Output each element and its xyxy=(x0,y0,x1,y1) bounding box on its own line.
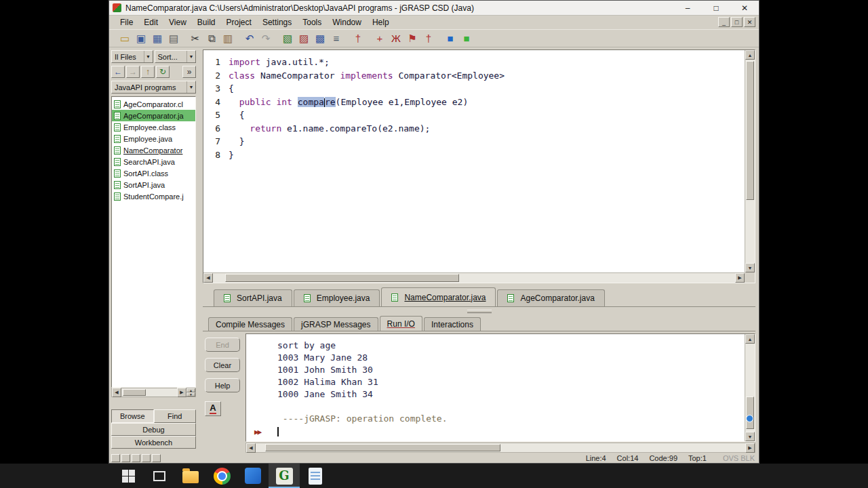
statusbar-toggle-2-icon[interactable] xyxy=(121,454,130,462)
open-file-button[interactable]: ▭ xyxy=(117,31,132,46)
scrollbar-thumb[interactable] xyxy=(265,444,500,451)
more-button[interactable]: » xyxy=(182,66,196,78)
title-bar[interactable]: NameComparator.java C:\Users\Administrat… xyxy=(109,1,759,16)
menu-settings[interactable]: Settings xyxy=(257,16,297,28)
scrollbar-thumb[interactable] xyxy=(746,61,754,200)
file-list[interactable]: AgeComparator.clAgeComparator.jaEmployee… xyxy=(111,96,196,388)
file-tab[interactable]: SortAPI.java xyxy=(214,289,292,306)
editor-vscrollbar[interactable]: ▲ ▼ xyxy=(745,50,755,272)
clear-button[interactable]: Clear xyxy=(205,358,240,372)
menu-tools[interactable]: Tools xyxy=(297,16,327,28)
browse-button[interactable]: Browse xyxy=(111,409,154,423)
scroll-down-icon[interactable]: ▼ xyxy=(745,263,755,272)
sort-dropdown[interactable]: Sort... ▼ xyxy=(155,50,197,63)
menu-help[interactable]: Help xyxy=(367,16,395,28)
workbench-square-button[interactable]: ■ xyxy=(459,31,474,46)
statusbar-toggle-4-icon[interactable] xyxy=(142,454,151,462)
io-vscrollbar[interactable]: ▲ ▼ xyxy=(745,334,755,441)
statusbar-toggle-5-icon[interactable] xyxy=(152,454,161,462)
scrollbar-track[interactable] xyxy=(256,443,745,452)
debug-flag-button[interactable]: ⚑ xyxy=(405,31,420,46)
file-list-hscrollbar[interactable]: ◀ ▶ ▲ ▼ xyxy=(111,388,196,397)
taskbar-chrome-button[interactable] xyxy=(206,464,237,488)
freeze-pin-button[interactable]: † xyxy=(351,31,366,46)
breakpoint-pin-button[interactable]: † xyxy=(421,31,436,46)
run-io-output[interactable]: sort by age1003 Mary Jane 281001 John Sm… xyxy=(245,333,755,442)
file-item[interactable]: NameComparator xyxy=(112,144,195,156)
file-item[interactable]: Employee.class xyxy=(112,121,195,133)
scrollbar-track[interactable] xyxy=(121,388,177,396)
tab-jgrasp-messages[interactable]: jGRASP Messages xyxy=(294,317,378,331)
scroll-left-icon[interactable]: ◀ xyxy=(246,443,256,453)
view-book-button[interactable]: ▩ xyxy=(313,31,328,46)
cut-button[interactable]: ✂ xyxy=(188,31,203,46)
help-button[interactable]: Help xyxy=(205,378,240,392)
tab-interactions[interactable]: Interactions xyxy=(424,317,481,331)
menu-project[interactable]: Project xyxy=(221,16,257,28)
tab-compile-messages[interactable]: Compile Messages xyxy=(208,317,292,331)
files-filter-dropdown[interactable]: Il Files ▼ xyxy=(111,50,153,63)
taskbar-start-button[interactable] xyxy=(113,464,144,488)
io-hscrollbar[interactable]: ◀ ▶ xyxy=(245,443,755,453)
scroll-right-icon[interactable]: ▶ xyxy=(177,388,186,397)
scroll-right-icon[interactable]: ▶ xyxy=(745,443,755,453)
scroll-up-icon[interactable]: ▲ xyxy=(745,334,755,344)
file-item[interactable]: AgeComparator.ja xyxy=(112,110,195,121)
file-tab[interactable]: Employee.java xyxy=(294,289,380,306)
scrollbar-track[interactable] xyxy=(745,60,755,263)
scroll-right-icon[interactable]: ▶ xyxy=(735,273,745,283)
interactions-square-button[interactable]: ■ xyxy=(443,31,458,46)
project-dropdown[interactable]: JavaAPI programs ▼ xyxy=(111,81,196,94)
generate-csd-button[interactable]: ▧ xyxy=(280,31,295,46)
number-lines-button[interactable]: ≡ xyxy=(329,31,344,46)
copy-button[interactable]: ⧉ xyxy=(204,31,219,46)
back-button[interactable]: ← xyxy=(111,66,125,78)
scroll-up-icon[interactable]: ▲ xyxy=(745,50,755,60)
tab-run-i-o[interactable]: Run I/O xyxy=(380,316,422,331)
menu-window[interactable]: Window xyxy=(327,16,367,28)
refresh-button[interactable]: ↻ xyxy=(156,66,170,78)
statusbar-toggle-3-icon[interactable] xyxy=(132,454,140,462)
scroll-left-icon[interactable]: ◀ xyxy=(203,273,213,283)
menu-build[interactable]: Build xyxy=(192,16,221,28)
debug-button[interactable]: Debug xyxy=(111,423,196,436)
scroll-down-icon[interactable]: ▼ xyxy=(745,432,755,441)
scrollbar-thumb[interactable] xyxy=(225,274,459,282)
menu-edit[interactable]: Edit xyxy=(138,16,163,28)
mdi-close-button[interactable]: ✕ xyxy=(744,17,755,27)
save-all-button[interactable]: ▦ xyxy=(150,31,165,46)
end-button[interactable]: End xyxy=(205,338,240,352)
font-button[interactable]: A xyxy=(205,401,221,416)
file-item[interactable]: SearchAPI.java xyxy=(112,156,195,167)
close-button[interactable]: ✕ xyxy=(730,1,759,15)
editor-hscrollbar[interactable]: ◀ ▶ xyxy=(203,272,745,283)
scrollbar-thumb[interactable] xyxy=(746,396,754,429)
compile-button[interactable]: + xyxy=(372,31,387,46)
file-item[interactable]: Employee.java xyxy=(112,133,195,144)
file-tab[interactable]: NameComparator.java xyxy=(381,287,496,306)
redo-button[interactable]: ↷ xyxy=(258,31,273,46)
menu-file[interactable]: File xyxy=(115,16,138,28)
remove-csd-button[interactable]: ▨ xyxy=(296,31,311,46)
menu-view[interactable]: View xyxy=(163,16,192,28)
up-folder-button[interactable]: ↑ xyxy=(141,66,155,78)
mdi-restore-button[interactable]: □ xyxy=(731,17,743,27)
scrollbar-track[interactable] xyxy=(213,273,735,283)
save-button[interactable]: ▣ xyxy=(134,31,149,46)
minimize-button[interactable]: – xyxy=(673,1,702,15)
file-item[interactable]: SortAPI.java xyxy=(112,179,195,190)
statusbar-toggle-1-icon[interactable] xyxy=(111,454,120,462)
taskbar-blueapp-button[interactable] xyxy=(237,464,269,488)
workbench-button[interactable]: Workbench xyxy=(111,436,196,449)
scrollbar-thumb[interactable] xyxy=(123,389,146,396)
paste-button[interactable]: ▥ xyxy=(220,31,235,46)
file-item[interactable]: SortAPI.class xyxy=(112,167,195,179)
mdi-minimize-button[interactable]: _ xyxy=(718,17,730,27)
file-item[interactable]: StudentCompare.j xyxy=(112,190,195,202)
maximize-button[interactable]: □ xyxy=(702,1,730,15)
run-ant-button[interactable]: Ж xyxy=(389,31,403,46)
find-button[interactable]: Find xyxy=(154,409,197,423)
taskbar-folder-button[interactable] xyxy=(175,464,206,488)
file-tab[interactable]: AgeComparator.java xyxy=(497,289,604,306)
file-item[interactable]: AgeComparator.cl xyxy=(112,98,195,110)
